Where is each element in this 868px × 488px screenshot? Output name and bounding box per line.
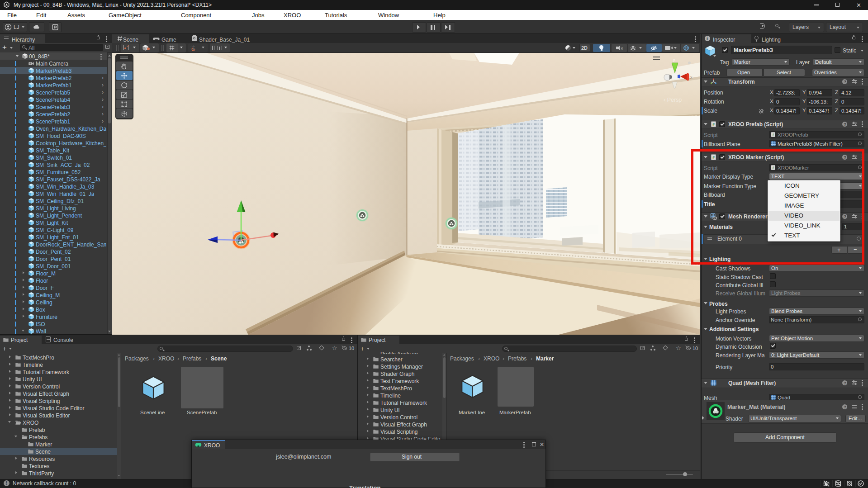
svg-text:y: y (673, 57, 675, 62)
svg-text:Y: Y (172, 47, 174, 51)
svg-text:‹ Persp: ‹ Persp (664, 97, 682, 103)
svg-text:x: x (690, 75, 693, 80)
